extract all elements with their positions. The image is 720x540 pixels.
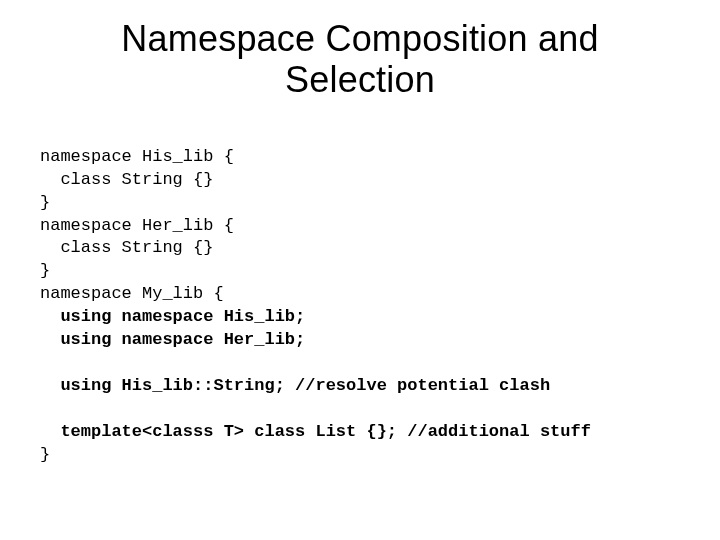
- code-line-bold: using namespace Her_lib;: [40, 330, 305, 349]
- code-line: namespace My_lib {: [40, 284, 224, 303]
- code-line-bold: using His_lib::String; //resolve potenti…: [40, 376, 550, 395]
- code-line: class String {}: [40, 170, 213, 189]
- slide-title: Namespace Composition and Selection: [40, 18, 680, 101]
- code-line: }: [40, 445, 50, 464]
- code-line: namespace His_lib {: [40, 147, 234, 166]
- code-line: }: [40, 261, 50, 280]
- code-line: }: [40, 193, 50, 212]
- code-block: namespace His_lib { class String {} } na…: [40, 123, 680, 467]
- code-line: class String {}: [40, 238, 213, 257]
- slide: Namespace Composition and Selection name…: [0, 0, 720, 540]
- code-line-bold: using namespace His_lib;: [40, 307, 305, 326]
- code-line: namespace Her_lib {: [40, 216, 234, 235]
- code-line-bold: template<classs T> class List {}; //addi…: [40, 422, 591, 441]
